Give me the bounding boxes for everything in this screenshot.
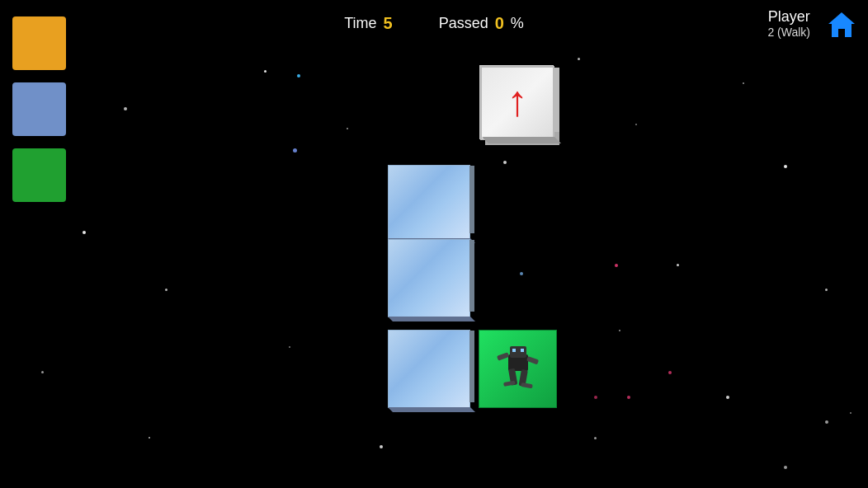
star — [726, 396, 729, 399]
swatch-green — [12, 148, 66, 202]
player-label: Player — [767, 8, 810, 26]
arrow-up-icon: ↑ — [507, 79, 528, 122]
star — [635, 124, 637, 125]
star — [264, 70, 267, 73]
star — [124, 107, 127, 110]
star — [677, 264, 679, 266]
star — [594, 437, 597, 439]
star — [578, 58, 580, 60]
svg-rect-3 — [512, 349, 516, 352]
platform-block-3 — [388, 330, 470, 408]
star — [293, 148, 297, 152]
home-button[interactable] — [823, 7, 860, 43]
star — [83, 231, 86, 234]
svg-rect-4 — [521, 349, 524, 352]
star — [615, 264, 618, 267]
player-character — [485, 338, 551, 404]
hud-center: Time 5 Passed 0 % — [344, 14, 524, 33]
star — [594, 396, 597, 399]
star — [668, 371, 672, 374]
svg-rect-6 — [526, 356, 539, 364]
arrow-cube: ↑ — [480, 66, 554, 140]
star — [380, 445, 383, 448]
star — [743, 82, 744, 84]
passed-label: Passed — [439, 15, 488, 32]
game-canvas: Time 5 Passed 0 % Player 2 (Walk) ↑ — [0, 0, 868, 488]
star — [503, 161, 507, 164]
platform-block-1 — [388, 165, 470, 239]
hud-player: Player 2 (Walk) — [767, 8, 810, 39]
svg-rect-5 — [497, 352, 509, 360]
star — [41, 371, 44, 373]
star — [825, 420, 828, 424]
passed-value: 0 — [495, 14, 504, 33]
platform-block-2 — [388, 239, 470, 317]
star — [619, 330, 620, 331]
star — [347, 128, 348, 129]
svg-rect-9 — [503, 381, 516, 387]
swatch-blue — [12, 82, 66, 136]
star — [149, 437, 150, 439]
player-sprite — [485, 338, 551, 404]
star — [297, 74, 300, 77]
star — [165, 289, 167, 291]
star — [520, 272, 523, 275]
percent-label: % — [511, 15, 524, 32]
time-value: 5 — [384, 14, 393, 33]
star — [784, 165, 787, 168]
svg-marker-0 — [828, 12, 855, 37]
star — [784, 466, 787, 469]
time-label: Time — [344, 15, 376, 32]
star — [289, 346, 290, 348]
home-icon — [826, 9, 857, 40]
star — [627, 396, 630, 399]
player-sub: 2 (Walk) — [767, 26, 810, 39]
hud: Time 5 Passed 0 % Player 2 (Walk) — [0, 0, 868, 46]
svg-rect-10 — [521, 382, 533, 388]
star — [850, 412, 851, 414]
star — [825, 289, 828, 291]
